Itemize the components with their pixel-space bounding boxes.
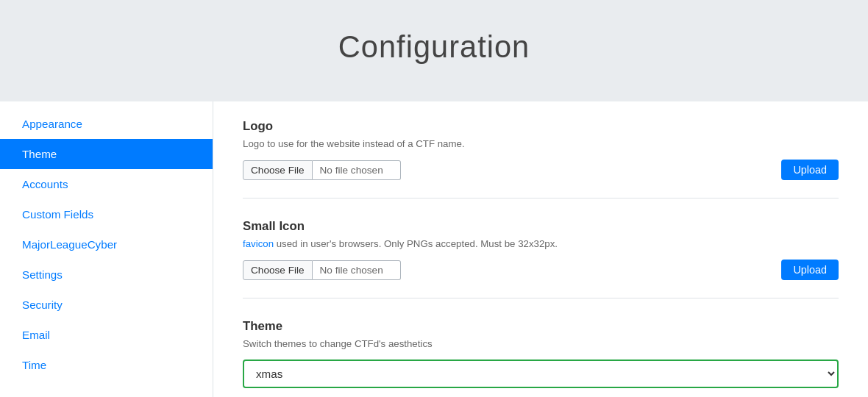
theme-section-title: Theme <box>243 319 839 334</box>
sidebar-item-settings[interactable]: Settings <box>0 260 213 290</box>
theme-section-description: Switch themes to change CTFd's aesthetic… <box>243 338 839 349</box>
logo-file-row: Choose File No file chosen Upload <box>243 160 839 180</box>
small-icon-title: Small Icon <box>243 219 839 234</box>
sidebar-item-custom-fields[interactable]: Custom Fields <box>0 199 213 229</box>
small-icon-description: favicon used in user's browsers. Only PN… <box>243 238 839 249</box>
small-icon-file-row: Choose File No file chosen Upload <box>243 260 839 280</box>
logo-section: Logo Logo to use for the website instead… <box>243 119 839 198</box>
theme-select[interactable]: core xmas chalice <box>243 360 839 388</box>
sidebar-item-majorleaguecyber[interactable]: MajorLeagueCyber <box>0 229 213 260</box>
main-layout: Appearance Theme Accounts Custom Fields … <box>0 101 868 397</box>
sidebar-item-theme[interactable]: Theme <box>0 139 213 169</box>
favicon-link[interactable]: favicon <box>243 238 274 249</box>
logo-description: Logo to use for the website instead of a… <box>243 138 839 149</box>
page-title: Configuration <box>15 29 853 65</box>
sidebar-item-appearance[interactable]: Appearance <box>0 109 213 139</box>
logo-choose-file-button[interactable]: Choose File <box>243 160 313 180</box>
sidebar-item-security[interactable]: Security <box>0 290 213 320</box>
sidebar-item-time[interactable]: Time <box>0 350 213 380</box>
small-icon-file-name: No file chosen <box>313 260 401 280</box>
theme-section: Theme Switch themes to change CTFd's aes… <box>243 319 839 397</box>
sidebar-item-accounts[interactable]: Accounts <box>0 169 213 199</box>
page-header: Configuration <box>0 0 868 101</box>
small-icon-desc-suffix: used in user's browsers. Only PNGs accep… <box>274 238 558 249</box>
logo-upload-button[interactable]: Upload <box>781 160 839 180</box>
logo-file-name: No file chosen <box>313 160 401 180</box>
logo-file-input-group: Choose File No file chosen <box>243 160 401 180</box>
logo-title: Logo <box>243 119 839 134</box>
small-icon-file-input-group: Choose File No file chosen <box>243 260 401 280</box>
small-icon-choose-file-button[interactable]: Choose File <box>243 260 313 280</box>
sidebar: Appearance Theme Accounts Custom Fields … <box>0 101 213 397</box>
small-icon-section: Small Icon favicon used in user's browse… <box>243 219 839 298</box>
sidebar-item-email[interactable]: Email <box>0 320 213 350</box>
small-icon-upload-button[interactable]: Upload <box>781 260 839 280</box>
content-area: Logo Logo to use for the website instead… <box>213 101 868 397</box>
